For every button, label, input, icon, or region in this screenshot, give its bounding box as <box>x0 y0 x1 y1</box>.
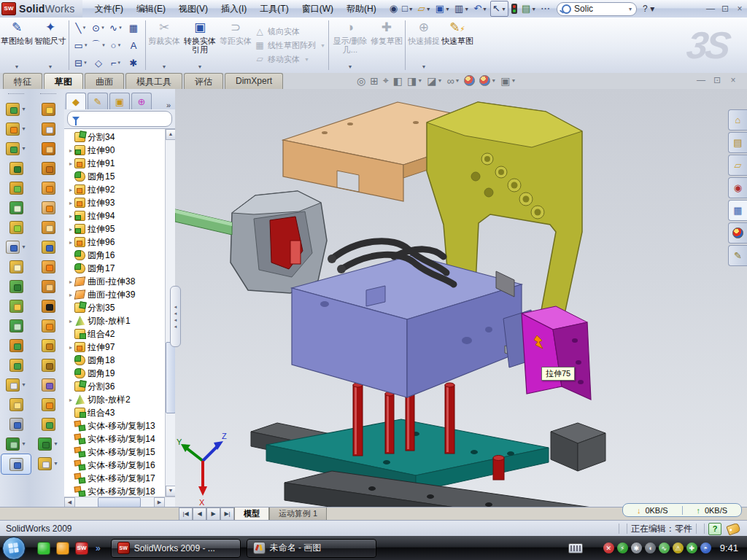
pin-icon[interactable]: ◉ <box>388 1 399 16</box>
move-copy-body-button[interactable] <box>1 335 31 355</box>
menu-item-5[interactable]: 窗口(W) <box>295 1 340 18</box>
edit-appearance-icon[interactable] <box>464 75 475 86</box>
axis-button[interactable] <box>1 414 31 434</box>
circle-tool[interactable]: ⊙▼ <box>90 19 107 36</box>
shut-off-surface-button[interactable] <box>34 355 63 375</box>
menu-item-1[interactable]: 编辑(E) <box>130 1 172 18</box>
menu-item-0[interactable]: 文件(F) <box>88 1 130 18</box>
point-tool[interactable]: ✱ <box>125 54 142 71</box>
doc-close-button[interactable]: × <box>725 75 741 85</box>
offset-surface-button[interactable] <box>34 198 63 217</box>
reference-geometry-button-dropdown[interactable]: ▼ <box>21 382 26 387</box>
scroll-right-arrow[interactable]: ▶ <box>154 497 165 508</box>
tree-item-14[interactable]: ▸切除-放样1 <box>67 314 175 327</box>
scroll-down-arrow[interactable]: ▼ <box>166 486 175 497</box>
smart-dimension-button[interactable]: ✦ 智能尺寸 ▼ <box>34 18 67 73</box>
smart-dimension-dropdown-icon[interactable]: ▼ <box>48 63 53 73</box>
model-part-rail-block-right[interactable] <box>551 423 605 471</box>
network-warning-tray-icon[interactable]: ⚠ <box>673 542 684 553</box>
boundary-surface-button[interactable] <box>34 178 63 198</box>
options-icon[interactable]: ▤▼ <box>520 1 538 16</box>
display-style-icon[interactable]: ◪▼ <box>427 75 442 87</box>
model-part-green-rod[interactable] <box>175 209 232 235</box>
scroll-left-arrow[interactable]: ◀ <box>64 497 75 508</box>
signal-tray-icon[interactable]: ∿ <box>659 542 670 553</box>
tree-item-24[interactable]: 实体-移动/复制15 <box>67 446 175 459</box>
tab-模具工具[interactable]: 模具工具 <box>125 73 182 90</box>
menu-item-3[interactable]: 插入(I) <box>214 1 253 18</box>
open-icon[interactable]: ▱▼ <box>417 1 433 16</box>
tree-item-19[interactable]: 分割36 <box>67 380 175 393</box>
tab-曲面[interactable]: 曲面 <box>85 73 124 90</box>
offset-entities-button[interactable]: ⊃ 等距实体 <box>219 18 252 73</box>
help-button[interactable]: ? ▾ <box>643 4 654 14</box>
revolved-surface-button[interactable] <box>34 119 63 139</box>
model-part-gray-clamp[interactable] <box>231 191 327 293</box>
open-icon-dropdown[interactable]: ▼ <box>426 7 431 12</box>
core-button[interactable] <box>34 414 63 434</box>
plane-button[interactable] <box>1 394 31 414</box>
graphics-viewport[interactable]: Y Z X 拉伸75 ⌂▤▱◉▦✎ <box>175 89 747 507</box>
search-dropdown-icon[interactable]: ▾ <box>629 6 632 12</box>
sketch-fillet-tool[interactable]: ⌐▼ <box>107 54 125 71</box>
file-explorer-tab[interactable]: ▱ <box>728 155 747 176</box>
line-tool-dropdown[interactable]: ▼ <box>82 26 86 30</box>
expand-arrow-icon[interactable]: ▸ <box>67 200 74 206</box>
extruded-boss-button[interactable]: ▼ <box>1 99 31 119</box>
doc-nav-1[interactable]: ◀ <box>193 508 206 521</box>
panel-expand-chevron[interactable]: » <box>163 101 174 109</box>
expand-arrow-icon[interactable]: ▸ <box>67 226 74 233</box>
custom-properties-tab[interactable]: ✎ <box>728 245 747 266</box>
spline-tool[interactable]: ∿▼ <box>107 19 125 36</box>
taskbar-window-0[interactable]: SWSolidWorks 2009 - ... <box>111 539 241 558</box>
tab-评估[interactable]: 评估 <box>184 73 223 90</box>
line-tool[interactable]: ╲▼ <box>72 19 90 36</box>
zoom-to-area-icon[interactable]: ⊞ <box>370 75 379 87</box>
parting-line-button[interactable] <box>34 335 63 355</box>
solidworks-quicklaunch-icon[interactable]: SW <box>75 542 88 555</box>
doc-nav-3[interactable]: ▶| <box>220 508 234 521</box>
expand-arrow-icon[interactable]: ▸ <box>67 160 74 167</box>
split-body-button[interactable] <box>1 316 31 335</box>
linear-sketch-pattern-button[interactable]: ▦ 线性草图阵列 ▼ <box>254 39 325 52</box>
arc-tool[interactable]: ⌒▼ <box>90 36 107 54</box>
tab-DimXpert[interactable]: DimXpert <box>225 73 283 90</box>
draft-button[interactable] <box>1 276 31 296</box>
expand-arrow-icon[interactable]: ▸ <box>67 213 74 219</box>
start-button[interactable] <box>2 537 26 560</box>
tree-item-5[interactable]: ▸拉伸93 <box>67 196 175 209</box>
repair-sketch-button[interactable]: ✚ 修复草图 <box>370 18 403 73</box>
quick-launch-overflow-chevron[interactable]: » <box>96 543 101 553</box>
doc-tab-运动算例 1[interactable]: 运动算例 1 <box>269 508 327 521</box>
menu-item-4[interactable]: 工具(T) <box>253 1 295 18</box>
expand-arrow-icon[interactable]: ▸ <box>67 292 74 298</box>
configurationmanager-tab[interactable]: ▣ <box>109 93 130 109</box>
menu-item-2[interactable]: 视图(V) <box>172 1 214 18</box>
reference-geometry-button[interactable]: ▼ <box>1 375 31 394</box>
overflow-icon[interactable]: ⋯ <box>539 1 551 16</box>
quick-snaps-button[interactable]: ⊕ 快速捕捉 ▼ <box>407 18 441 73</box>
scrollbar-thumb[interactable] <box>98 497 142 508</box>
swept-surface-button[interactable] <box>34 139 63 158</box>
select-arrow-icon[interactable]: ↖▼ <box>490 1 508 17</box>
search-input[interactable]: Solic <box>574 4 593 14</box>
tree-item-13[interactable]: 分割35 <box>67 301 175 314</box>
knit-surface-button[interactable] <box>34 257 63 276</box>
reference-geometry-2-button[interactable]: ▼ <box>34 434 63 454</box>
lofted-boss-button[interactable] <box>1 198 31 217</box>
linear-pattern-button[interactable]: ▼ <box>1 237 31 257</box>
sync-tray-icon[interactable]: ◓ <box>700 542 711 553</box>
undo-icon-dropdown[interactable]: ▼ <box>482 7 487 12</box>
tree-item-1[interactable]: ▸拉伸90 <box>67 144 175 157</box>
antivirus-alert-tray-icon[interactable]: ✕ <box>603 542 614 553</box>
expand-arrow-icon[interactable]: ▸ <box>67 187 74 193</box>
tree-item-4[interactable]: ▸拉伸92 <box>67 183 175 196</box>
tree-item-26[interactable]: 实体-移动/复制17 <box>67 472 175 485</box>
doc-restore-button[interactable]: ⊡ <box>709 75 725 85</box>
text-tool[interactable]: A <box>125 36 142 54</box>
featuremanager-tab[interactable]: ◆ <box>66 93 86 109</box>
solidworks-search-tab[interactable]: ◉ <box>728 177 747 198</box>
tree-item-8[interactable]: ▸拉伸96 <box>67 236 175 249</box>
doc-minimize-button[interactable]: — <box>693 75 709 85</box>
expand-arrow-icon[interactable]: ▸ <box>67 147 74 154</box>
